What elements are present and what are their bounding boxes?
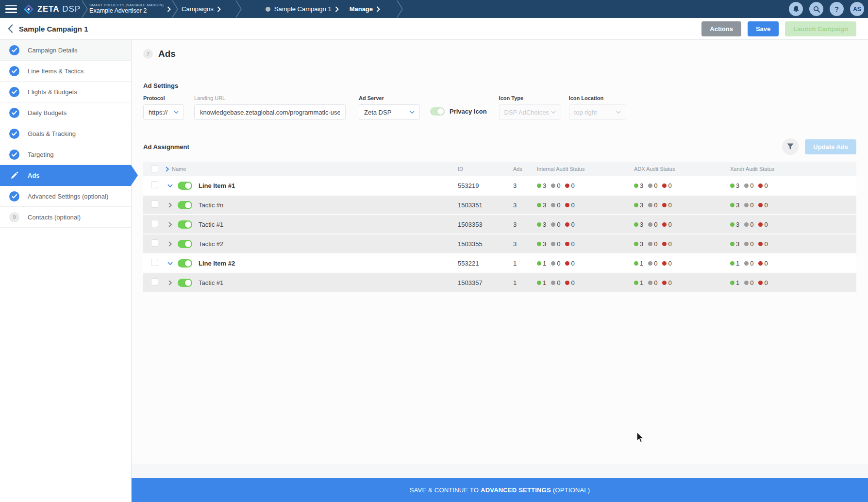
avatar[interactable]: AS: [850, 2, 864, 16]
row-name[interactable]: Line Item #1: [199, 182, 235, 189]
xandr-audit-status: 3 0 0: [730, 201, 856, 209]
row-checkbox[interactable]: [151, 220, 158, 227]
sidebar-item-flights-budgets[interactable]: Flights & Budgets: [0, 82, 131, 102]
table-row-tactic-2: Tactic #2 1503355 3 3 0 0 3 0 0 3 0 0: [143, 234, 856, 254]
pending-dot: [744, 184, 749, 188]
approved-dot: [537, 281, 541, 285]
expand-chevron-icon[interactable]: [166, 241, 174, 247]
collapse-chevron-icon[interactable]: [166, 262, 174, 265]
row-name[interactable]: Tactic #2: [199, 240, 223, 248]
filter-button[interactable]: [782, 138, 799, 155]
row-name[interactable]: Tactic #n: [199, 201, 223, 209]
column-header-internal[interactable]: Internal Audit Status: [537, 166, 634, 172]
breadcrumb-advertiser[interactable]: SMART PROJECTS (VARIABLE MARGIN) Example…: [89, 3, 171, 15]
sidebar-item-goals-tracking[interactable]: Goals & Tracking: [0, 123, 131, 144]
hamburger-menu-icon[interactable]: [5, 5, 17, 13]
sidebar-item-advanced-settings[interactable]: Advanced Settings (optional): [0, 186, 131, 207]
sidebar-item-label: Ads: [28, 172, 40, 179]
sidebar-item-daily-budgets[interactable]: Daily Budgets: [0, 102, 131, 123]
row-enabled-toggle[interactable]: [178, 259, 192, 268]
rejected-dot: [758, 261, 763, 266]
row-enabled-toggle[interactable]: [178, 182, 192, 190]
pending-dot: [744, 222, 749, 227]
filter-funnel-icon: [787, 143, 794, 150]
select-all-checkbox[interactable]: [151, 165, 158, 172]
zeta-dsp-logo[interactable]: ZETA DSP: [23, 4, 81, 15]
row-name[interactable]: Line Item #2: [199, 260, 235, 267]
rejected-dot: [565, 184, 569, 188]
breadcrumb-campaigns[interactable]: Campaigns: [182, 5, 221, 13]
rejected-dot: [662, 261, 667, 266]
rejected-dot: [662, 203, 667, 207]
row-name[interactable]: Tactic #1: [199, 279, 223, 286]
row-checkbox[interactable]: [151, 239, 158, 247]
avatar-initials: AS: [853, 6, 861, 13]
column-header-ads[interactable]: Ads: [513, 166, 537, 172]
expand-chevron-icon[interactable]: [166, 202, 174, 208]
section-heading-ads: Ads: [158, 49, 176, 59]
search-button[interactable]: [809, 2, 823, 16]
row-enabled-toggle[interactable]: [178, 201, 192, 209]
protocol-value: https://: [149, 109, 167, 116]
landing-url-input[interactable]: [194, 104, 346, 120]
internal-audit-status: 1 0 0: [537, 279, 634, 286]
question-mark-icon: ?: [835, 5, 839, 13]
column-header-xandr[interactable]: Xandr Audit Status: [730, 166, 856, 172]
search-icon: [813, 6, 820, 13]
sidebar-item-targeting[interactable]: Targeting: [0, 144, 131, 165]
row-enabled-toggle[interactable]: [178, 240, 192, 248]
back-button[interactable]: [8, 24, 13, 33]
save-button[interactable]: Save: [748, 21, 779, 36]
row-enabled-toggle[interactable]: [178, 279, 192, 287]
pending-dot: [648, 242, 652, 246]
row-id: 1503355: [458, 240, 513, 248]
row-checkbox[interactable]: [151, 201, 158, 208]
check-icon: [9, 108, 19, 118]
save-continue-bar[interactable]: SAVE & CONTINUE TO ADVANCED SETTINGS (OP…: [132, 478, 868, 502]
privacy-icon-toggle[interactable]: [430, 107, 445, 116]
approved-dot: [730, 281, 734, 285]
notifications-button[interactable]: [789, 2, 803, 16]
sidebar-item-line-items-tactics[interactable]: Line Items & Tactics: [0, 61, 131, 82]
row-enabled-toggle[interactable]: [178, 220, 192, 229]
update-ads-button[interactable]: Update Ads: [805, 139, 856, 154]
column-header-adx[interactable]: ADX Audit Status: [634, 166, 730, 172]
page-header: Sample Campaign 1 Actions Save Launch Ca…: [0, 18, 868, 40]
ad-server-label: Ad Server: [359, 95, 420, 101]
row-name[interactable]: Tactic #1: [199, 221, 223, 228]
breadcrumb-campaign[interactable]: Sample Campaign 1: [266, 5, 339, 13]
approved-dot: [634, 184, 638, 188]
row-id: 1503353: [458, 221, 513, 228]
help-button[interactable]: ?: [830, 2, 844, 16]
expand-chevron-icon[interactable]: [166, 280, 174, 285]
protocol-select[interactable]: https://: [143, 104, 184, 120]
table-row-line-item-2: Line Item #2 553221 1 1 0 0 1 0 0 1 0 0: [143, 254, 856, 273]
column-header-name[interactable]: Name: [172, 166, 186, 172]
expand-chevron-icon[interactable]: [166, 222, 174, 227]
sidebar-item-contacts[interactable]: 9 Contacts (optional): [0, 207, 131, 228]
sidebar-item-label: Line Items & Tactics: [28, 67, 83, 75]
main-content: 7 Ads Ad Settings Protocol https:// Land…: [132, 40, 868, 478]
expand-all-chevron-icon[interactable]: [166, 167, 169, 172]
sidebar-item-ads[interactable]: Ads: [0, 165, 131, 186]
row-ads-count: 3: [513, 182, 537, 189]
save-continue-suffix: (OPTIONAL): [553, 486, 590, 494]
breadcrumb-manage[interactable]: Manage: [350, 5, 380, 13]
row-checkbox[interactable]: [151, 278, 158, 285]
pending-dot: [551, 242, 555, 246]
breadcrumb-separator-icon: [172, 0, 179, 18]
collapse-chevron-icon[interactable]: [166, 184, 174, 187]
sidebar-item-campaign-details[interactable]: Campaign Details: [0, 40, 131, 61]
row-ads-count: 3: [513, 201, 537, 209]
ad-server-select[interactable]: Zeta DSP: [359, 104, 420, 120]
actions-button[interactable]: Actions: [701, 21, 741, 36]
launch-campaign-button[interactable]: Launch Campaign: [785, 21, 856, 36]
xandr-audit-status: 3 0 0: [730, 221, 856, 228]
adx-audit-status: 3 0 0: [634, 221, 730, 228]
row-checkbox[interactable]: [151, 259, 158, 266]
check-icon: [9, 191, 19, 201]
check-icon: [9, 87, 19, 97]
column-header-id[interactable]: ID: [458, 166, 513, 172]
row-checkbox[interactable]: [151, 181, 158, 188]
row-ads-count: 3: [513, 221, 537, 228]
